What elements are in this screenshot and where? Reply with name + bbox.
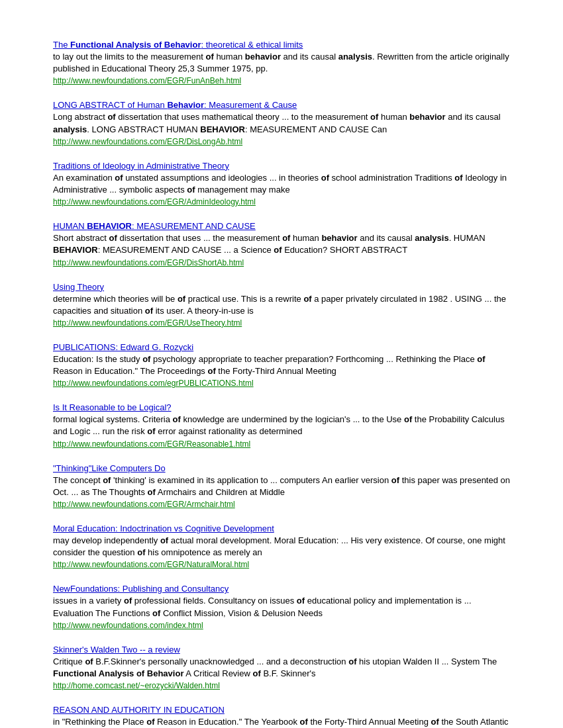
result-title-traditions-ideology[interactable]: Traditions of Ideology in Administrative… — [53, 161, 510, 171]
result-url-using-theory[interactable]: http://www.newfoundations.com/EGR/UseThe… — [53, 318, 510, 328]
result-title-moral-education[interactable]: Moral Education: Indoctrination vs Cogni… — [53, 523, 510, 533]
result-item-thinking-computers: "Thinking"Like Computers DoThe concept o… — [53, 463, 510, 509]
result-item-functional-analysis: The Functional Analysis of Behavior: the… — [53, 40, 510, 85]
result-item-using-theory: Using Theorydetermine which theories wil… — [53, 282, 510, 328]
result-desc-long-abstract: Long abstract of dissertation that uses … — [53, 111, 510, 135]
result-item-traditions-ideology: Traditions of Ideology in Administrative… — [53, 161, 510, 206]
result-desc-reason-authority: in "Rethinking the Place of Reason in Ed… — [53, 716, 510, 728]
result-item-human-behavior: HUMAN BEHAVIOR: MEASUREMENT AND CAUSESho… — [53, 221, 510, 267]
result-title-is-it-reasonable[interactable]: Is It Reasonable to be Logical? — [53, 402, 510, 412]
result-title-publications-rozycki[interactable]: PUBLICATIONS: Edward G. Rozycki — [53, 342, 510, 352]
result-url-newfoundations-publishing[interactable]: http://www.newfoundations.com/index.html — [53, 621, 510, 630]
result-item-publications-rozycki: PUBLICATIONS: Edward G. RozyckiEducation… — [53, 342, 510, 388]
result-item-moral-education: Moral Education: Indoctrination vs Cogni… — [53, 523, 510, 569]
result-desc-traditions-ideology: An examination of unstated assumptions a… — [53, 172, 510, 196]
result-desc-thinking-computers: The concept of 'thinking' is examined in… — [53, 475, 510, 498]
result-desc-moral-education: may develop independently of actual mora… — [53, 535, 510, 559]
result-title-human-behavior[interactable]: HUMAN BEHAVIOR: MEASUREMENT AND CAUSE — [53, 221, 510, 231]
result-url-long-abstract[interactable]: http://www.newfoundations.com/EGR/DisLon… — [53, 137, 510, 146]
result-item-reason-authority: REASON AND AUTHORITY IN EDUCATIONin "Ret… — [53, 705, 510, 728]
result-item-long-abstract: LONG ABSTRACT of Human Behavior: Measure… — [53, 100, 510, 146]
result-url-human-behavior[interactable]: http://www.newfoundations.com/EGR/DisSho… — [53, 258, 510, 267]
result-title-functional-analysis[interactable]: The Functional Analysis of Behavior: the… — [53, 40, 510, 50]
result-item-newfoundations-publishing: NewFoundations: Publishing and Consultan… — [53, 584, 510, 629]
result-url-functional-analysis[interactable]: http://www.newfoundations.com/EGR/FunAnB… — [53, 76, 510, 85]
result-desc-skinners-walden: Critique of B.F.Skinner's personally una… — [53, 656, 510, 680]
result-title-skinners-walden[interactable]: Skinner's Walden Two -- a review — [53, 645, 510, 655]
result-title-reason-authority[interactable]: REASON AND AUTHORITY IN EDUCATION — [53, 705, 510, 715]
result-url-publications-rozycki[interactable]: http://www.newfoundations.com/egrPUBLICA… — [53, 379, 510, 388]
result-title-newfoundations-publishing[interactable]: NewFoundations: Publishing and Consultan… — [53, 584, 510, 594]
result-desc-using-theory: determine which theories will be of prac… — [53, 293, 510, 317]
result-item-is-it-reasonable: Is It Reasonable to be Logical?formal lo… — [53, 402, 510, 448]
result-url-is-it-reasonable[interactable]: http://www.newfoundations.com/EGR/Reason… — [53, 439, 510, 449]
result-url-traditions-ideology[interactable]: http://www.newfoundations.com/EGR/AdminI… — [53, 197, 510, 206]
result-desc-is-it-reasonable: formal logical systems. Criteria of know… — [53, 414, 510, 437]
result-url-skinners-walden[interactable]: http://home.comcast.net/~erozycki/Walden… — [53, 681, 510, 690]
result-desc-human-behavior: Short abstract of dissertation that uses… — [53, 232, 510, 256]
result-title-long-abstract[interactable]: LONG ABSTRACT of Human Behavior: Measure… — [53, 100, 510, 110]
result-url-moral-education[interactable]: http://www.newfoundations.com/EGR/Natura… — [53, 560, 510, 569]
result-desc-newfoundations-publishing: issues in a variety of professional fiel… — [53, 595, 510, 619]
result-title-using-theory[interactable]: Using Theory — [53, 282, 510, 292]
result-item-skinners-walden: Skinner's Walden Two -- a reviewCritique… — [53, 645, 510, 690]
result-desc-publications-rozycki: Education: Is the study of psychology ap… — [53, 353, 510, 377]
search-results: The Functional Analysis of Behavior: the… — [53, 40, 510, 728]
result-url-thinking-computers[interactable]: http://www.newfoundations.com/EGR/Armcha… — [53, 500, 510, 509]
result-desc-functional-analysis: to lay out the limits to the measurement… — [53, 51, 510, 75]
result-title-thinking-computers[interactable]: "Thinking"Like Computers Do — [53, 463, 510, 473]
